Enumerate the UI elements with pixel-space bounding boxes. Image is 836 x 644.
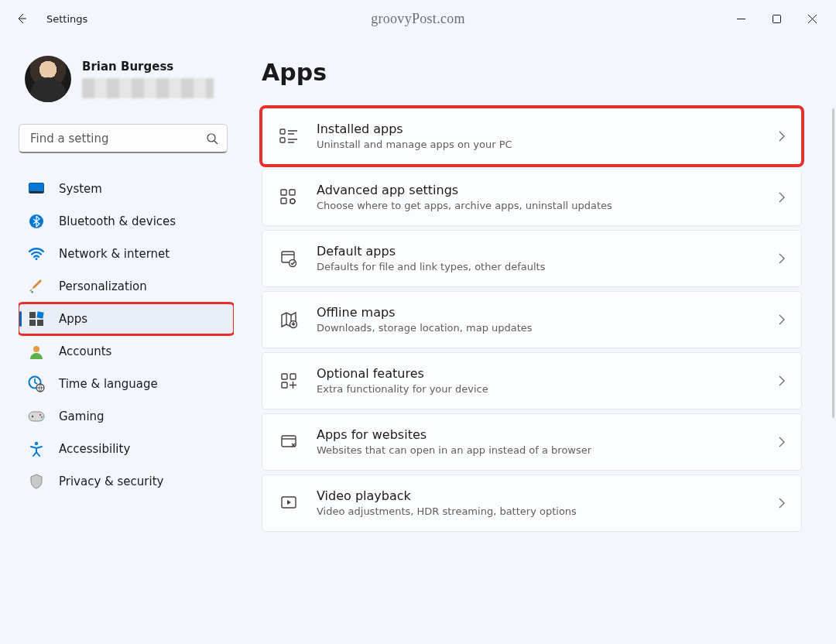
svg-rect-18	[280, 129, 285, 134]
sidebar-item-personalization[interactable]: Personalization	[19, 271, 234, 302]
scrollbar[interactable]	[832, 108, 834, 418]
sidebar-item-label: Apps	[59, 312, 87, 326]
person-icon	[28, 343, 45, 360]
chevron-right-icon	[778, 131, 786, 142]
search-icon	[206, 132, 218, 145]
card-title: Installed apps	[317, 122, 512, 137]
svg-point-17	[35, 442, 38, 445]
sidebar-item-label: Bluetooth & devices	[59, 214, 176, 228]
card-installed-apps[interactable]: Installed apps Uninstall and manage apps…	[262, 108, 802, 165]
close-button[interactable]	[794, 6, 830, 31]
system-icon	[28, 180, 45, 197]
gamepad-icon	[28, 408, 45, 425]
back-arrow-icon	[15, 12, 28, 25]
sidebar-item-label: Accessibility	[59, 442, 130, 456]
svg-rect-27	[282, 374, 287, 379]
card-title: Optional features	[317, 366, 488, 382]
svg-rect-19	[280, 138, 285, 142]
apps-websites-icon	[278, 431, 300, 453]
sidebar-item-apps[interactable]: Apps	[19, 303, 234, 334]
svg-point-14	[32, 416, 33, 417]
sidebar-item-label: Personalization	[59, 279, 147, 293]
sidebar-item-label: System	[59, 182, 102, 196]
svg-rect-29	[282, 382, 287, 388]
svg-rect-28	[290, 374, 296, 379]
bluetooth-icon	[28, 213, 45, 230]
advanced-settings-icon	[278, 187, 300, 208]
chevron-right-icon	[778, 314, 786, 325]
chevron-right-icon	[778, 437, 786, 447]
card-default-apps[interactable]: Default apps Defaults for file and link …	[262, 230, 802, 287]
video-icon	[278, 492, 300, 514]
svg-rect-6	[29, 312, 36, 318]
svg-rect-3	[30, 191, 43, 194]
chevron-right-icon	[778, 375, 786, 386]
svg-rect-7	[36, 311, 43, 318]
svg-point-15	[39, 414, 41, 416]
back-button[interactable]	[6, 3, 37, 34]
card-subtitle: Defaults for file and link types, other …	[317, 260, 545, 274]
optional-features-icon	[278, 370, 300, 392]
installed-apps-icon	[278, 125, 300, 147]
user-block[interactable]: Brian Burgess	[19, 56, 234, 102]
close-icon	[808, 15, 817, 23]
chevron-right-icon	[778, 192, 786, 203]
apps-icon	[28, 310, 45, 327]
sidebar-item-accounts[interactable]: Accounts	[19, 336, 234, 367]
card-advanced-app-settings[interactable]: Advanced app settings Choose where to ge…	[262, 169, 802, 226]
sidebar-item-label: Accounts	[59, 344, 111, 358]
minimize-button[interactable]	[723, 6, 759, 31]
card-title: Offline maps	[317, 305, 533, 320]
card-subtitle: Uninstall and manage apps on your PC	[317, 138, 512, 152]
card-subtitle: Websites that can open in an app instead…	[317, 444, 591, 457]
card-subtitle: Video adjustments, HDR streaming, batter…	[317, 505, 577, 519]
card-title: Default apps	[317, 244, 545, 259]
sidebar-item-gaming[interactable]: Gaming	[19, 401, 234, 432]
sidebar-item-label: Privacy & security	[59, 474, 163, 488]
page-title: Apps	[262, 59, 802, 86]
avatar	[25, 56, 71, 102]
maximize-button[interactable]	[759, 6, 794, 31]
svg-rect-20	[281, 190, 286, 195]
sidebar-item-label: Gaming	[59, 409, 104, 423]
sidebar-item-label: Network & internet	[59, 247, 170, 261]
chevron-right-icon	[778, 498, 786, 509]
watermark-text: groovyPost.com	[371, 11, 465, 27]
wifi-icon	[28, 245, 45, 262]
svg-rect-0	[773, 15, 780, 22]
card-subtitle: Choose where to get apps, archive apps, …	[317, 199, 612, 213]
card-optional-features[interactable]: Optional features Extra functionality fo…	[262, 352, 802, 409]
shield-icon	[28, 473, 45, 490]
card-subtitle: Extra functionality for your device	[317, 382, 488, 396]
card-video-playback[interactable]: Video playback Video adjustments, HDR st…	[262, 474, 802, 532]
svg-point-1	[207, 134, 215, 142]
card-title: Advanced app settings	[317, 183, 612, 198]
clock-globe-icon	[28, 375, 45, 392]
paintbrush-icon	[28, 278, 45, 295]
user-name: Brian Burgess	[82, 60, 214, 74]
default-apps-icon	[278, 248, 300, 269]
svg-point-10	[33, 346, 39, 352]
user-email-redacted	[82, 78, 214, 98]
svg-rect-9	[37, 320, 43, 326]
svg-rect-21	[290, 190, 295, 195]
svg-point-16	[41, 416, 43, 418]
sidebar-item-label: Time & language	[59, 377, 158, 391]
card-title: Apps for websites	[317, 427, 591, 443]
sidebar-item-bluetooth[interactable]: Bluetooth & devices	[19, 206, 234, 237]
chevron-right-icon	[778, 253, 786, 264]
search-input[interactable]	[19, 124, 228, 153]
sidebar-item-privacy[interactable]: Privacy & security	[19, 466, 234, 497]
window-title: Settings	[46, 13, 87, 25]
sidebar-item-network[interactable]: Network & internet	[19, 238, 234, 269]
sidebar-item-system[interactable]: System	[19, 173, 234, 204]
card-title: Video playback	[317, 488, 577, 504]
sidebar-item-accessibility[interactable]: Accessibility	[19, 433, 234, 464]
svg-rect-8	[29, 320, 36, 326]
card-subtitle: Downloads, storage location, map updates	[317, 321, 533, 335]
sidebar-item-time-language[interactable]: Time & language	[19, 368, 234, 399]
map-icon	[278, 309, 300, 331]
card-offline-maps[interactable]: Offline maps Downloads, storage location…	[262, 291, 802, 348]
svg-point-5	[36, 258, 38, 260]
card-apps-for-websites[interactable]: Apps for websites Websites that can open…	[262, 413, 802, 471]
